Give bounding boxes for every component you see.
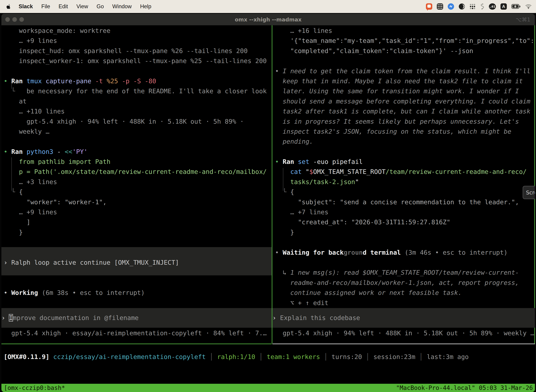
window-title: omx --xhigh --madmax <box>1 14 535 25</box>
macos-menu-bar: Slack File Edit View Go Window Help ..61… <box>0 0 536 13</box>
tmux-session-window-label[interactable]: [omx-cczip0:bash* <box>4 384 65 392</box>
tmux-host-clock-label: "MacBook-Pro-44.local" 05:03 31-Mar-26 <box>396 384 533 392</box>
omx-status-segments: [OMX#0.11.9] cczip/essay/ai-reimplementa… <box>1 352 535 362</box>
right-terminal-pane[interactable]: › Explain this codebase … +16 lines '{"t… <box>273 25 535 344</box>
menu-item-slack[interactable]: Slack <box>14 3 37 10</box>
left-terminal-pane[interactable]: › Improve documentation in @filename wor… <box>1 25 272 344</box>
menu-item-help[interactable]: Help <box>136 3 156 10</box>
inactive-pane-bottom-border <box>273 344 535 344</box>
apple-icon <box>6 4 11 9</box>
tmux-status-bar: [omx-cczip0:bash* "MacBook-Pro-44.local"… <box>1 384 535 392</box>
left-pane-output: workspace_mode: worktree … +9 lines insp… <box>4 26 272 338</box>
screen-tooltip: Scre <box>523 186 535 199</box>
screen-recording-indicator-icon[interactable] <box>426 3 432 10</box>
screen-time-badge[interactable]: ..61 <box>489 3 496 10</box>
squiggle-icon[interactable] <box>480 3 484 10</box>
menu-item-window[interactable]: Window <box>108 3 136 10</box>
keypad-icon[interactable] <box>437 3 443 10</box>
menu-item-go[interactable]: Go <box>92 3 108 10</box>
menu-item-view[interactable]: View <box>72 3 92 10</box>
input-source-icon[interactable]: A <box>500 3 507 10</box>
crescent-icon[interactable] <box>459 3 465 10</box>
menu-item-edit[interactable]: Edit <box>54 3 72 10</box>
right-pane-output: … +16 lines '{"team_name":"my-team","tas… <box>275 26 535 338</box>
window-titlebar: omx --xhigh --madmax ⌥⌘1 <box>1 14 535 25</box>
dots-grid-icon[interactable] <box>469 4 475 9</box>
tooltip-label: Scre <box>526 190 535 196</box>
battery-icon[interactable] <box>511 4 521 9</box>
terminal-window: omx --xhigh --madmax ⌥⌘1 › Improve docum… <box>1 14 535 392</box>
omx-status-line: [OMX#0.11.9] cczip/essay/ai-reimplementa… <box>1 352 535 362</box>
wifi-icon[interactable] <box>525 4 532 9</box>
apple-menu[interactable] <box>5 4 14 9</box>
active-pane-bottom-border <box>1 344 272 344</box>
window-shortcut-hint: ⌥⌘1 <box>516 14 530 25</box>
sync-badge-icon[interactable] <box>448 3 454 10</box>
menu-item-file[interactable]: File <box>37 3 54 10</box>
